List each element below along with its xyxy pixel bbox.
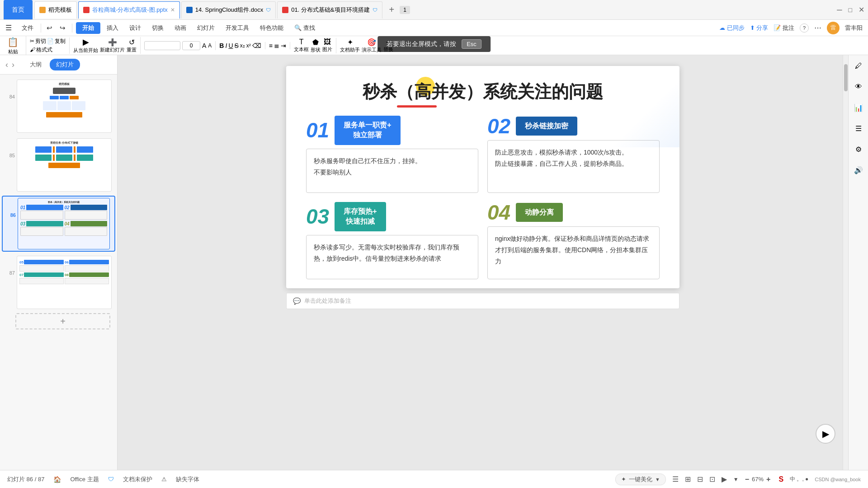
- slide-item-85[interactable]: 85 里程任务-分布式下游链: [2, 137, 115, 193]
- cell-04-label: 动静分离: [516, 203, 563, 222]
- list-ol-btn[interactable]: ≣: [274, 42, 279, 49]
- right-icon-3[interactable]: 📊: [851, 100, 866, 115]
- nav-back[interactable]: ‹: [5, 60, 8, 70]
- menu-hamburger[interactable]: ☰: [5, 23, 12, 32]
- slide-item-86[interactable]: 86 秒杀（高并发）系统关注的问题 01 02 03: [2, 196, 115, 252]
- window-minimize[interactable]: ─: [837, 6, 842, 14]
- shapes-btn[interactable]: ⬟ 形状: [311, 38, 321, 53]
- list-ul-btn[interactable]: ≡: [269, 42, 273, 49]
- bottom-bar: 幻灯片 86 / 87 🏠 Office 主题 🛡 文档未保护 ⚠ 缺失字体 ✦…: [0, 470, 868, 488]
- scroll-thumb[interactable]: [844, 64, 848, 91]
- slide-container[interactable]: 秒杀（高并发）系统关注的问题 01 服务单一职责+独立部署 秒杀服务即使自己扛不…: [286, 66, 679, 288]
- tab-docx-icon: [186, 7, 193, 13]
- sidebar-tab-slides[interactable]: 幻灯片: [50, 59, 80, 70]
- tab-pptx[interactable]: 谷粒商城-分布式高级-图.pptx ✕: [78, 1, 180, 19]
- play-from-here[interactable]: ▶ 从当前开始: [73, 37, 98, 54]
- right-icon-4[interactable]: ☰: [851, 121, 866, 136]
- play-button[interactable]: ▶: [816, 424, 835, 444]
- tab-add-button[interactable]: +: [384, 5, 400, 15]
- font-name-input[interactable]: [144, 41, 180, 50]
- sidebar-header: ‹ › 大纲 幻灯片: [0, 55, 117, 75]
- slide-num-86: 86: [4, 198, 16, 218]
- paste-group: 📋 粘贴: [4, 36, 26, 55]
- tab-docx[interactable]: 14. SpringCloud组件.docx 🛡: [181, 1, 276, 19]
- zoom-in-btn[interactable]: +: [766, 475, 770, 483]
- slide-item-84[interactable]: 84 稻壳模板: [2, 78, 115, 134]
- copy-btn[interactable]: 📄 复制: [47, 38, 66, 45]
- sidebar: ‹ › 大纲 幻灯片 84 稻壳模板: [0, 55, 118, 471]
- esc-badge[interactable]: Esc: [462, 39, 481, 49]
- window-close[interactable]: ✕: [859, 5, 864, 14]
- tab-pptx-close[interactable]: ✕: [170, 7, 175, 13]
- tab-pptx-icon: [83, 7, 90, 13]
- menu-donghua[interactable]: 动画: [170, 22, 191, 34]
- font-large-btn[interactable]: A: [202, 42, 206, 49]
- right-icon-5[interactable]: ⚙: [851, 142, 866, 156]
- italic-btn[interactable]: I: [225, 42, 227, 49]
- right-icon-1[interactable]: 🖊: [851, 59, 866, 73]
- user-avatar[interactable]: 雷: [827, 22, 840, 34]
- menu-charu[interactable]: 插入: [102, 22, 123, 34]
- font-small-btn[interactable]: A: [208, 42, 212, 49]
- menu-dev[interactable]: 开发工具: [221, 22, 254, 34]
- menu-huandengpian[interactable]: 幻灯片: [193, 22, 219, 34]
- tab-count-badge: 1: [400, 6, 410, 14]
- bottom-left: 幻灯片 86 / 87 🏠 Office 主题 🛡 文档未保护 ⚠ 缺失字体: [7, 475, 199, 483]
- menu-search[interactable]: 🔍查找: [290, 22, 320, 34]
- multi-view-btn[interactable]: ⊡: [709, 475, 715, 483]
- undo-btn[interactable]: ↩: [44, 23, 55, 33]
- paste-btn[interactable]: 📋: [4, 36, 22, 48]
- share-btn[interactable]: ⬆ 分享: [750, 24, 769, 32]
- tab-dist-icon: [282, 7, 288, 13]
- doc-protect-label[interactable]: 文档未保护: [123, 475, 152, 483]
- nav-forward[interactable]: ›: [12, 60, 14, 70]
- format-paint-btn[interactable]: 🖌 格式式: [30, 46, 52, 54]
- tab-daoke[interactable]: 稻壳模板: [34, 1, 77, 19]
- picture-btn[interactable]: 🖼 图片: [322, 38, 332, 53]
- menu-kaishi[interactable]: 开始: [76, 22, 100, 34]
- columns-view-btn[interactable]: ⊟: [697, 475, 703, 483]
- clear-format-btn[interactable]: ⌫: [252, 42, 261, 49]
- superscript-btn[interactable]: x²: [246, 42, 251, 49]
- notes-placeholder[interactable]: 单击此处添加备注: [304, 297, 351, 305]
- reset-btn[interactable]: ↺ 重置: [127, 38, 137, 53]
- ai-assist-btn[interactable]: ✦ 文档助手: [340, 38, 360, 53]
- sync-btn[interactable]: ☁ 已同步: [719, 24, 745, 32]
- review-btn[interactable]: 📝 批注: [774, 24, 794, 32]
- right-icon-2[interactable]: 👁: [851, 80, 866, 94]
- play-dropdown[interactable]: ▼: [733, 476, 739, 483]
- slide-item-87[interactable]: 87 05 06 07 08: [2, 254, 115, 310]
- play-btn-bottom[interactable]: ▶: [722, 475, 727, 483]
- theme-label[interactable]: Office 主题: [70, 475, 99, 483]
- beautify-btn[interactable]: ✦ 一键美化 ▼: [615, 474, 666, 485]
- menu-sheji[interactable]: 设计: [125, 22, 146, 34]
- underline-btn[interactable]: U: [228, 42, 233, 49]
- sidebar-tab-outline[interactable]: 大纲: [24, 59, 48, 70]
- strike-btn[interactable]: S: [235, 42, 239, 49]
- menu-qiehuan[interactable]: 切换: [147, 22, 168, 34]
- new-slide-btn[interactable]: ➕ 新建幻灯片: [100, 38, 125, 53]
- more-btn[interactable]: ⋯: [814, 23, 821, 32]
- font-size-input[interactable]: [182, 41, 200, 50]
- tab-home[interactable]: 首页: [4, 0, 33, 19]
- zoom-out-btn[interactable]: −: [745, 475, 749, 483]
- bold-btn[interactable]: B: [219, 42, 224, 49]
- subscript-btn[interactable]: x₂: [240, 42, 245, 49]
- menu-special[interactable]: 特色功能: [255, 22, 288, 34]
- grid-view-btn[interactable]: ⊞: [685, 475, 691, 483]
- help-btn[interactable]: ?: [800, 23, 809, 33]
- presentation-area: 秒杀（高并发）系统关注的问题 01 服务单一职责+独立部署 秒杀服务即使自己扛不…: [118, 55, 848, 471]
- tab-dist[interactable]: 01. 分布式基础&项目环境搭建 🛡: [277, 1, 382, 19]
- scroll-bar-right[interactable]: [843, 55, 848, 471]
- window-maximize[interactable]: □: [849, 6, 852, 14]
- fullscreen-text: 若要退出全屏模式，请按: [387, 40, 456, 48]
- list-view-btn[interactable]: ☰: [672, 475, 679, 483]
- missing-font-label[interactable]: 缺失字体: [176, 475, 199, 483]
- right-icon-6[interactable]: 🔊: [851, 163, 866, 177]
- redo-btn[interactable]: ↪: [57, 23, 68, 33]
- indent-btn[interactable]: ⇥: [281, 42, 286, 49]
- cut-btn[interactable]: ✂ 剪切: [30, 38, 46, 45]
- textbox-btn[interactable]: T 文本框: [294, 38, 309, 53]
- add-slide-btn[interactable]: +: [15, 313, 110, 329]
- menu-file[interactable]: 文件: [17, 22, 38, 34]
